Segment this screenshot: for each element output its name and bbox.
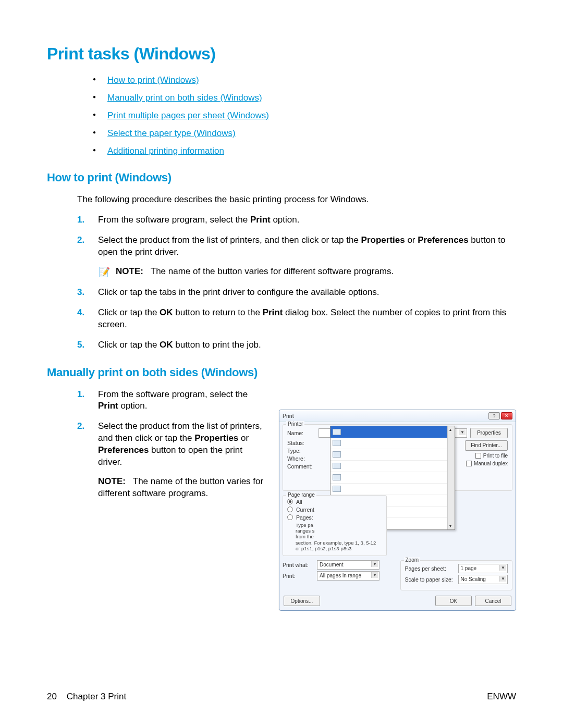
section-intro: The following procedure describes the ba…	[77, 194, 516, 206]
toc-link-3[interactable]: Print multiple pages per sheet (Windows)	[107, 110, 269, 120]
page-footer: 20 Chapter 3 Print ENWW	[47, 692, 516, 702]
page-title: Print tasks (Windows)	[47, 44, 516, 64]
radio-pages[interactable]	[287, 514, 293, 520]
printer-icon	[333, 474, 341, 480]
hint: section. For example, type 1, 3, 5-12	[296, 540, 376, 546]
scale-value: No Scaling	[461, 576, 486, 582]
bold: OK	[160, 307, 173, 317]
bold: Preferences	[98, 445, 149, 455]
help-button[interactable]: ?	[488, 412, 500, 419]
table-of-contents: How to print (Windows) Manually print on…	[93, 75, 516, 156]
toc-link-5[interactable]: Additional printing information	[107, 146, 224, 156]
scrollbar[interactable]	[447, 426, 455, 529]
toc-link-1[interactable]: How to print (Windows)	[107, 75, 199, 85]
group-page-range: Page range	[286, 492, 316, 498]
steps-list-1: From the software program, select the Pr…	[77, 214, 516, 351]
properties-button[interactable]: Properties	[470, 428, 508, 438]
text: button to return to the	[173, 307, 263, 317]
label-print-what: Print what:	[283, 562, 314, 568]
steps-list-2: From the software program, select the Pr…	[77, 389, 268, 500]
pps-value: 1 page	[461, 565, 477, 571]
label-pps: Pages per sheet:	[405, 565, 455, 572]
label-print: Print:	[283, 573, 314, 579]
chapter-label: Chapter 3 Print	[67, 692, 126, 701]
text: Click or tap the	[98, 340, 160, 350]
printer-icon	[333, 451, 341, 458]
page-number: 20	[47, 692, 57, 701]
section-title-1: How to print (Windows)	[47, 171, 516, 184]
note-text: The name of the button varies for differ…	[151, 266, 394, 276]
printer-icon	[333, 463, 341, 469]
bold: Properties	[361, 235, 405, 245]
section-title-2: Manually print on both sides (Windows)	[47, 366, 516, 379]
note-icon: 📝	[98, 266, 111, 278]
options-button[interactable]: Options...	[284, 596, 320, 606]
text: option.	[118, 401, 148, 411]
text: or	[238, 433, 249, 443]
print-what-select[interactable]: Document	[317, 560, 380, 570]
bold: Print	[98, 401, 118, 411]
text: Select the product from the list of prin…	[98, 235, 361, 245]
label-name: Name:	[287, 430, 315, 436]
bold: Print	[263, 307, 283, 317]
group-printer: Printer	[286, 421, 304, 427]
print-select[interactable]: All pages in range	[317, 571, 380, 581]
text: or	[405, 235, 418, 245]
toc-link-4[interactable]: Select the paper type (Windows)	[107, 128, 236, 138]
hint: ranges s	[296, 528, 314, 534]
radio-current[interactable]	[287, 507, 293, 512]
text: From the software program, select the	[98, 215, 250, 225]
hint: Type pa	[296, 522, 313, 528]
label-pages: Pages:	[296, 514, 313, 521]
manual-duplex-label: Manual duplex	[474, 461, 508, 466]
cancel-button[interactable]: Cancel	[475, 596, 511, 606]
bold: OK	[160, 340, 173, 350]
bold: Preferences	[418, 235, 468, 245]
find-printer-button[interactable]: Find Printer...	[465, 440, 508, 451]
dialog-title: Print	[283, 413, 294, 419]
text: button to print the job.	[173, 340, 261, 350]
note-label: NOTE:	[98, 476, 126, 486]
group-zoom: Zoom	[404, 557, 421, 563]
label-all: All	[296, 499, 302, 505]
manual-duplex-checkbox[interactable]	[466, 461, 472, 466]
print-what-value: Document	[320, 562, 344, 567]
label-comment: Comment:	[287, 463, 315, 470]
label-current: Current	[296, 507, 314, 513]
ok-button[interactable]: OK	[435, 596, 472, 606]
printer-icon	[333, 429, 341, 435]
printer-icon	[333, 486, 341, 492]
note-label: NOTE:	[116, 266, 143, 276]
print-to-file-checkbox[interactable]	[475, 453, 481, 459]
text: Click or tap the	[98, 307, 160, 317]
label-scale: Scale to paper size:	[405, 576, 455, 583]
bold: Print	[250, 215, 271, 225]
step-3: Click or tap the tabs in the print drive…	[77, 287, 516, 299]
print-to-file-label: Print to file	[483, 453, 508, 459]
bold: Properties	[194, 433, 238, 443]
label-type: Type:	[287, 448, 315, 454]
toc-link-2[interactable]: Manually print on both sides (Windows)	[107, 93, 262, 103]
hint: from the	[296, 534, 314, 539]
pages-per-sheet-select[interactable]: 1 page	[458, 564, 508, 573]
text: option.	[271, 215, 300, 225]
hint: or p1s1, p1s2, p1s3-p8s3	[296, 546, 351, 551]
label-where: Where:	[287, 455, 315, 462]
footer-right: ENWW	[487, 692, 516, 702]
radio-all[interactable]	[287, 499, 293, 504]
printer-icon	[333, 440, 341, 446]
text: From the software program, select the	[98, 389, 248, 399]
print-dialog: Print ? ✕ Printer Name: Properties Statu…	[279, 410, 516, 611]
close-button[interactable]: ✕	[501, 412, 512, 419]
print-value: All pages in range	[320, 573, 361, 578]
scale-select[interactable]: No Scaling	[458, 575, 508, 584]
label-status: Status:	[287, 440, 315, 446]
